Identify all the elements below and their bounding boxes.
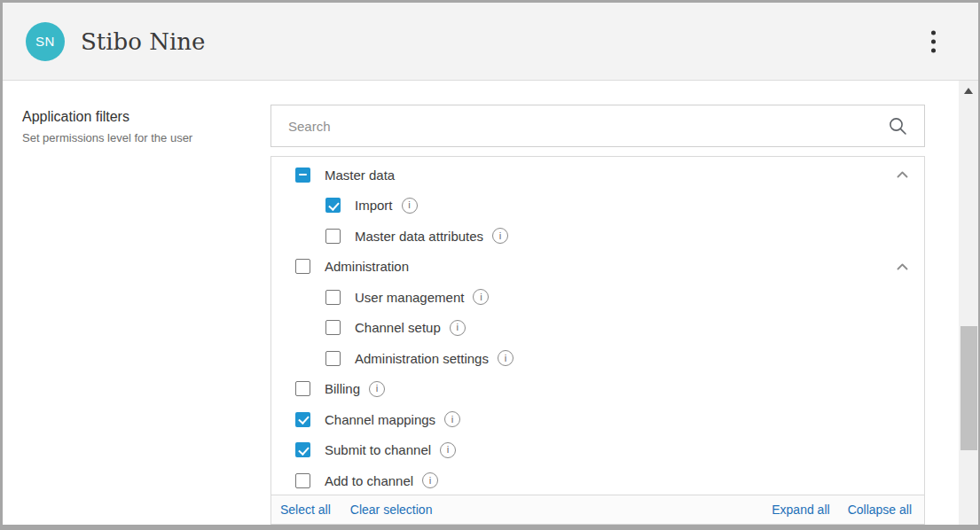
checkbox[interactable] xyxy=(295,412,310,427)
dialog-body: Application filters Set permissions leve… xyxy=(3,81,978,525)
info-icon[interactable]: i xyxy=(402,198,418,214)
search-icon[interactable] xyxy=(889,117,907,136)
checkbox[interactable] xyxy=(295,473,310,488)
tree-item-label: Import xyxy=(355,198,393,213)
tree-item: Submit to channel i xyxy=(271,435,924,466)
checkbox[interactable] xyxy=(325,198,341,213)
kebab-menu-icon[interactable] xyxy=(926,25,941,58)
info-icon[interactable]: i xyxy=(444,411,460,427)
checkbox[interactable] xyxy=(325,320,341,335)
sidebar: Application filters Set permissions leve… xyxy=(22,109,253,144)
tree-item: Master data attributes i xyxy=(271,221,924,252)
search-input[interactable] xyxy=(271,105,889,146)
tree-item: Import i xyxy=(271,191,924,222)
search-box xyxy=(270,105,925,147)
scrollbar-thumb[interactable] xyxy=(960,326,977,450)
collapse-chevron-icon[interactable] xyxy=(894,259,911,275)
tree-item-label: Channel setup xyxy=(355,320,441,335)
checkbox[interactable] xyxy=(295,168,310,183)
info-icon[interactable]: i xyxy=(492,228,508,244)
tree-item-label: Submit to channel xyxy=(325,442,431,457)
tree-item: Channel mappings i xyxy=(271,404,924,435)
collapse-all-link[interactable]: Collapse all xyxy=(848,503,912,517)
expand-all-link[interactable]: Expand all xyxy=(772,503,829,517)
tree-item: Administration settings i xyxy=(271,343,924,374)
checkbox[interactable] xyxy=(295,259,310,274)
info-icon[interactable]: i xyxy=(473,289,489,305)
select-all-link[interactable]: Select all xyxy=(280,503,331,517)
footer-left-actions: Select all Clear selection xyxy=(280,503,451,517)
kebab-dot xyxy=(931,30,936,35)
tree-item: Channel setup i xyxy=(271,313,924,344)
section-subtitle: Set permissions level for the user xyxy=(22,131,253,144)
vertical-scrollbar[interactable] xyxy=(959,81,978,525)
checkbox[interactable] xyxy=(325,229,341,244)
info-icon[interactable]: i xyxy=(422,472,438,488)
collapse-chevron-icon[interactable] xyxy=(894,167,911,183)
tree-item: Administration xyxy=(271,252,924,283)
window-header: SN Stibo Nine xyxy=(3,3,978,81)
tree-item: User management i xyxy=(271,282,924,313)
permissions-tree-panel: Master data Import i Master data attribu… xyxy=(270,156,925,525)
info-icon[interactable]: i xyxy=(498,350,514,366)
tree-item-label: Master data attributes xyxy=(355,229,483,244)
tree-item-label: Add to channel xyxy=(325,473,413,488)
kebab-dot xyxy=(931,39,936,43)
checkbox[interactable] xyxy=(325,290,341,305)
footer-right-actions: Expand all Collapse all xyxy=(754,503,912,517)
info-icon[interactable]: i xyxy=(440,442,456,458)
scroll-up-arrow-icon xyxy=(964,88,973,94)
section-title: Application filters xyxy=(22,109,253,125)
tree-item: Billing i xyxy=(271,374,924,405)
window-title: Stibo Nine xyxy=(81,28,205,55)
tree-list: Master data Import i Master data attribu… xyxy=(271,157,924,495)
tree-item-label: Administration settings xyxy=(355,351,489,366)
info-icon[interactable]: i xyxy=(369,381,385,397)
tree-item-label: User management xyxy=(355,290,464,305)
tree-item-label: Billing xyxy=(325,381,360,396)
avatar: SN xyxy=(26,22,65,61)
tree-item-label: Channel mappings xyxy=(325,412,435,427)
clear-selection-link[interactable]: Clear selection xyxy=(350,503,433,517)
app-window: SN Stibo Nine Application filters Set pe… xyxy=(0,0,980,530)
checkbox[interactable] xyxy=(295,442,310,457)
checkbox[interactable] xyxy=(295,381,310,396)
tree-item: Add to channel i xyxy=(271,465,924,495)
info-icon[interactable]: i xyxy=(450,320,466,336)
scroll-up-button[interactable] xyxy=(959,82,978,98)
tree-footer: Select all Clear selection Expand all Co… xyxy=(271,495,924,524)
checkbox[interactable] xyxy=(325,351,341,366)
tree-item: Master data xyxy=(271,160,924,191)
tree-item-label: Administration xyxy=(325,259,409,274)
tree-item-label: Master data xyxy=(325,168,395,183)
kebab-dot xyxy=(931,48,936,52)
